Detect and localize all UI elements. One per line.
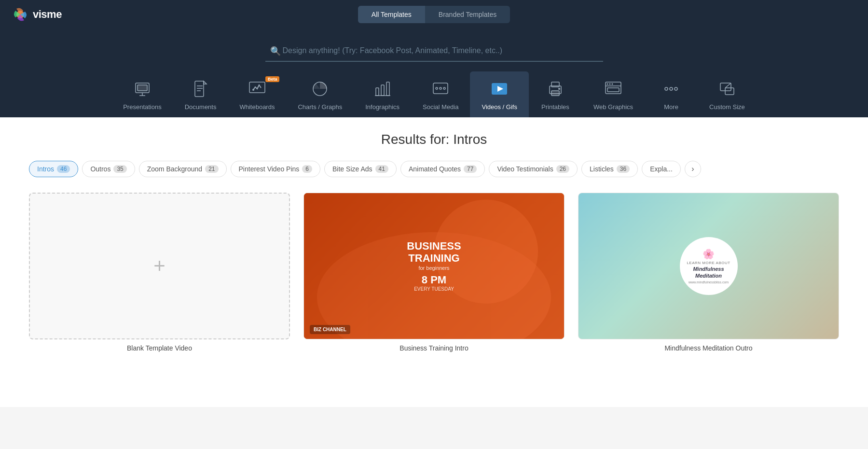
cat-printables[interactable]: Printables bbox=[529, 71, 582, 117]
business-template-name: Business Training Intro bbox=[400, 344, 468, 352]
bt-title-line2: TRAINING bbox=[407, 253, 461, 264]
filter-listicles[interactable]: Listicles 36 bbox=[581, 161, 638, 177]
template-card-mindfulness[interactable]: 🌸 LEARN MORE ABOUT Mindfulness Meditatio… bbox=[578, 193, 839, 352]
cat-whiteboards[interactable]: Whiteboards Beta bbox=[228, 71, 286, 117]
filter-zoom-count: 21 bbox=[205, 165, 218, 173]
bt-title-line1: BUSINESS bbox=[407, 240, 461, 252]
filter-animated-count: 77 bbox=[464, 165, 477, 173]
mind-learn-text: LEARN MORE ABOUT bbox=[687, 261, 730, 265]
cat-videos-label: Videos / Gifs bbox=[482, 103, 517, 111]
mind-url: www.mindfulnessbliss.com bbox=[689, 281, 729, 284]
cat-charts-graphs[interactable]: Charts / Graphs bbox=[286, 71, 354, 117]
blank-plus-icon: + bbox=[153, 256, 165, 276]
filter-intros[interactable]: Intros 46 bbox=[29, 161, 78, 177]
more-icon bbox=[661, 78, 682, 99]
lotus-icon: 🌸 bbox=[703, 248, 715, 260]
filter-expla[interactable]: Expla... bbox=[642, 161, 681, 177]
bt-time-label: 8 PM bbox=[422, 274, 446, 286]
svg-point-30 bbox=[612, 84, 613, 85]
printables-icon bbox=[545, 78, 566, 99]
cat-more[interactable]: More bbox=[645, 71, 698, 117]
svg-rect-14 bbox=[386, 82, 389, 96]
cat-more-label: More bbox=[664, 103, 678, 111]
cat-videos-gifs[interactable]: Videos / Gifs bbox=[470, 71, 528, 117]
mind-title: Mindfulness Meditation bbox=[685, 266, 733, 279]
all-templates-button[interactable]: All Templates bbox=[358, 6, 425, 23]
blank-template-name: Blank Template Video bbox=[127, 344, 192, 352]
mindfulness-template-name: Mindfulness Meditation Outro bbox=[664, 344, 752, 352]
business-thumb: BUSINESS TRAINING for beginners 8 PM EVE… bbox=[303, 193, 565, 339]
template-grid: + Blank Template Video BUSINESS TRAINING… bbox=[29, 193, 839, 352]
filter-expla-label: Expla... bbox=[650, 165, 673, 173]
presentation-icon bbox=[132, 78, 153, 99]
bt-channel-badge: BIZ CHANNEL bbox=[310, 325, 350, 334]
svg-rect-31 bbox=[607, 88, 619, 92]
filter-video-testimonials[interactable]: Video Testimonials 26 bbox=[489, 161, 578, 177]
filter-outros-count: 35 bbox=[113, 165, 126, 173]
cat-documents[interactable]: Documents bbox=[173, 71, 228, 117]
scroll-right-button[interactable]: › bbox=[685, 161, 701, 177]
svg-point-32 bbox=[665, 87, 668, 90]
logo[interactable]: visme bbox=[12, 6, 62, 23]
svg-rect-5 bbox=[195, 81, 204, 97]
filter-bite-size[interactable]: Bite Size Ads 41 bbox=[324, 161, 397, 177]
filter-intros-count: 46 bbox=[57, 165, 70, 173]
svg-point-25 bbox=[558, 88, 560, 90]
beta-badge: Beta bbox=[265, 76, 280, 82]
filter-bite-label: Bite Size Ads bbox=[332, 165, 372, 173]
branded-templates-button[interactable]: Branded Templates bbox=[425, 6, 510, 23]
cat-custom-size-label: Custom Size bbox=[709, 103, 745, 111]
template-toggle: All Templates Branded Templates bbox=[358, 6, 510, 23]
filter-listicles-count: 36 bbox=[617, 165, 630, 173]
filter-outros[interactable]: Outros 35 bbox=[82, 161, 135, 177]
filter-pinterest-label: Pinterest Video Pins bbox=[239, 165, 300, 173]
filter-intros-label: Intros bbox=[37, 165, 54, 173]
cat-printables-label: Printables bbox=[541, 103, 569, 111]
filter-pinterest[interactable]: Pinterest Video Pins 6 bbox=[231, 161, 321, 177]
template-card-blank[interactable]: + Blank Template Video bbox=[29, 193, 290, 352]
svg-rect-4 bbox=[138, 85, 147, 91]
cat-whiteboards-label: Whiteboards bbox=[239, 103, 275, 111]
videos-icon bbox=[489, 78, 510, 99]
cat-infographics-label: Infographics bbox=[365, 103, 400, 111]
svg-point-34 bbox=[675, 87, 677, 90]
web-graphics-icon bbox=[603, 78, 624, 99]
category-nav: Presentations Documents Whiteboards Beta… bbox=[0, 67, 868, 117]
svg-rect-13 bbox=[381, 85, 384, 96]
svg-line-37 bbox=[725, 83, 731, 88]
visme-logo-icon bbox=[12, 6, 29, 23]
search-icon: 🔍 bbox=[270, 46, 281, 56]
logo-text: visme bbox=[33, 8, 62, 21]
filter-zoom-background[interactable]: Zoom Background 21 bbox=[139, 161, 227, 177]
svg-rect-24 bbox=[551, 91, 559, 96]
cat-custom-size[interactable]: Custom Size bbox=[698, 71, 757, 117]
svg-rect-36 bbox=[725, 88, 734, 95]
filter-listicles-label: Listicles bbox=[590, 165, 614, 173]
whiteboards-icon bbox=[247, 78, 268, 99]
svg-point-33 bbox=[670, 87, 673, 90]
svg-point-10 bbox=[252, 89, 254, 91]
bt-time: 8 PM EVERY TUESDAY bbox=[407, 274, 461, 292]
top-nav: visme All Templates Branded Templates bbox=[0, 0, 868, 29]
filter-animated-quotes[interactable]: Animated Quotes 77 bbox=[400, 161, 485, 177]
cat-charts-label: Charts / Graphs bbox=[298, 103, 342, 111]
business-text: BUSINESS TRAINING for beginners 8 PM EVE… bbox=[402, 236, 466, 296]
mind-circle: 🌸 LEARN MORE ABOUT Mindfulness Meditatio… bbox=[680, 237, 738, 295]
search-input[interactable] bbox=[265, 41, 603, 62]
bt-time-sub: EVERY TUESDAY bbox=[407, 286, 461, 292]
main-content: Results for: Intros Intros 46 Outros 35 … bbox=[0, 117, 868, 407]
infographics-icon bbox=[372, 78, 393, 99]
template-card-business[interactable]: BUSINESS TRAINING for beginners 8 PM EVE… bbox=[303, 193, 565, 352]
bt-subtitle: for beginners bbox=[407, 265, 461, 271]
cat-social-media[interactable]: Social Media bbox=[411, 71, 470, 117]
cat-presentations[interactable]: Presentations bbox=[111, 71, 173, 117]
charts-icon bbox=[309, 78, 331, 99]
filter-animated-label: Animated Quotes bbox=[409, 165, 461, 173]
cat-documents-label: Documents bbox=[185, 103, 217, 111]
filter-testimonials-label: Video Testimonials bbox=[497, 165, 553, 173]
custom-size-icon bbox=[716, 78, 738, 99]
svg-point-19 bbox=[443, 87, 445, 89]
cat-web-graphics[interactable]: Web Graphics bbox=[582, 71, 645, 117]
results-heading: Results for: Intros bbox=[29, 132, 839, 147]
cat-infographics[interactable]: Infographics bbox=[354, 71, 411, 117]
